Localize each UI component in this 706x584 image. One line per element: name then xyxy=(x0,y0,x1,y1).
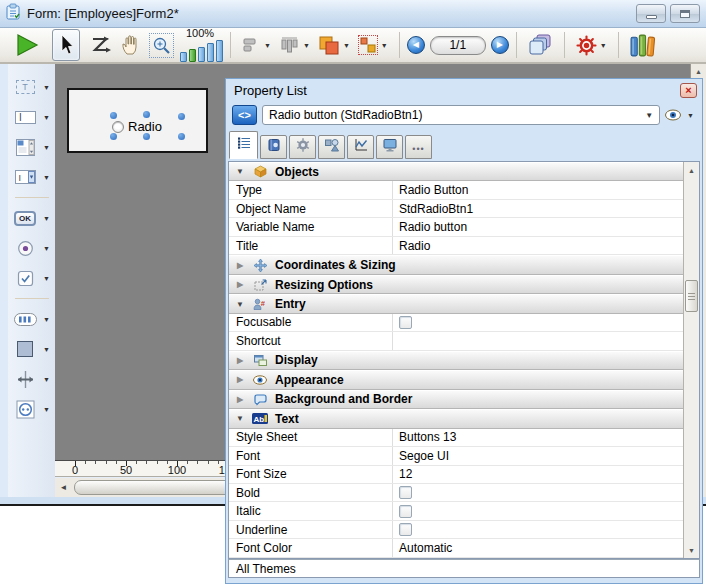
chevron-down-icon[interactable]: ▼ xyxy=(43,114,50,121)
property-value-cell[interactable]: Buttons 13 xyxy=(393,429,683,446)
property-value-cell[interactable] xyxy=(393,314,683,331)
tool-static-text[interactable]: T▼ xyxy=(8,72,55,102)
zoom-bar-current[interactable] xyxy=(189,49,196,62)
zoom-tool-button[interactable] xyxy=(145,29,178,61)
entry-order-tool-button[interactable] xyxy=(86,29,116,61)
zoom-bar-3[interactable] xyxy=(198,47,205,62)
scroll-left-button[interactable]: ◄ xyxy=(55,479,72,496)
chevron-down-icon[interactable]: ▼ xyxy=(43,174,50,181)
section-coordinates-sizing[interactable]: ▶Coordinates & Sizing xyxy=(229,255,683,274)
section-objects[interactable]: ▼Objects xyxy=(229,162,683,181)
settings-button[interactable]: ▼ xyxy=(572,29,611,61)
form-pages-button[interactable] xyxy=(524,29,557,61)
property-row-variable-name[interactable]: Variable NameRadio button xyxy=(229,218,683,236)
execute-form-button[interactable] xyxy=(10,29,44,61)
layering-tool-button[interactable]: ▼ xyxy=(314,29,354,61)
property-value-cell[interactable]: Automatic xyxy=(393,539,683,556)
property-row-italic[interactable]: Italic xyxy=(229,502,683,520)
tab-display-monitor[interactable] xyxy=(376,135,403,159)
scroll-up-icon[interactable]: ▲ xyxy=(684,162,699,178)
tool-combo-box[interactable]: I▼ xyxy=(8,162,55,192)
property-row-font-color[interactable]: Font ColorAutomatic xyxy=(229,539,683,557)
property-row-underline[interactable]: Underline xyxy=(229,521,683,539)
scroll-down-icon[interactable]: ▼ xyxy=(684,542,699,558)
expand-arrow-icon[interactable]: ▶ xyxy=(234,395,246,404)
tab-property-list[interactable] xyxy=(229,131,258,159)
section-background-and-border[interactable]: ▶Background and Border xyxy=(229,390,683,409)
zoom-level-control[interactable]: 100% xyxy=(180,28,223,62)
tool-button[interactable]: OK▼ xyxy=(8,203,55,233)
property-row-title[interactable]: TitleRadio xyxy=(229,237,683,255)
checkbox-focusable[interactable] xyxy=(399,316,412,329)
collapse-arrow-icon[interactable]: ▼ xyxy=(234,414,246,423)
chevron-down-icon[interactable]: ▼ xyxy=(343,42,350,49)
tab-settings-gear[interactable] xyxy=(289,135,316,159)
property-value-cell[interactable] xyxy=(393,521,683,538)
chevron-down-icon[interactable]: ▼ xyxy=(381,42,388,49)
chevron-down-icon[interactable]: ▼ xyxy=(43,215,50,222)
selection-handle[interactable] xyxy=(143,111,150,118)
selection-tool-button[interactable] xyxy=(52,29,80,61)
property-value-cell[interactable] xyxy=(393,502,683,519)
property-row-object-name[interactable]: Object NameStdRadioBtn1 xyxy=(229,200,683,218)
property-row-font[interactable]: FontSegoe UI xyxy=(229,447,683,465)
property-row-shortcut[interactable]: Shortcut xyxy=(229,332,683,350)
prev-next-object-button[interactable]: <> xyxy=(232,105,257,125)
tool-radio-button[interactable]: ▼ xyxy=(8,233,55,263)
tool-plugin-area[interactable]: ▼ xyxy=(8,394,55,424)
checkbox-bold[interactable] xyxy=(399,486,412,499)
tab-objects-shapes[interactable] xyxy=(318,135,345,159)
section-appearance[interactable]: ▶Appearance xyxy=(229,370,683,389)
previous-page-button[interactable]: ◀ xyxy=(407,36,425,54)
selection-handle[interactable] xyxy=(143,133,150,140)
expand-arrow-icon[interactable]: ▶ xyxy=(234,356,246,365)
zoom-bar-5[interactable] xyxy=(216,40,223,62)
tab-chart[interactable] xyxy=(347,135,374,159)
maximize-button[interactable] xyxy=(670,4,700,23)
tool-splitter[interactable]: ▼ xyxy=(8,364,55,394)
chevron-down-icon[interactable]: ▼ xyxy=(43,245,50,252)
selection-handle[interactable] xyxy=(110,133,117,140)
move-tool-button[interactable] xyxy=(116,29,145,61)
section-entry[interactable]: ▼#Entry xyxy=(229,294,683,313)
library-button[interactable] xyxy=(626,29,661,61)
expand-arrow-icon[interactable]: ▶ xyxy=(234,375,246,384)
property-row-font-size[interactable]: Font Size12 xyxy=(229,466,683,484)
chevron-down-icon[interactable]: ▼ xyxy=(264,42,271,49)
tool-button-bar[interactable]: ▼ xyxy=(8,304,55,334)
property-value-cell[interactable] xyxy=(393,332,683,349)
tool-list-box[interactable]: ▼ xyxy=(8,132,55,162)
form-area[interactable]: Radio xyxy=(67,88,208,153)
tool-check-box[interactable]: ▼ xyxy=(8,263,55,293)
close-button[interactable]: × xyxy=(680,83,697,98)
property-row-focusable[interactable]: Focusable xyxy=(229,314,683,332)
tab-events-book[interactable] xyxy=(260,135,287,159)
property-list-scrollbar[interactable]: ▲ ▼ xyxy=(683,162,699,558)
align-tool-button[interactable]: ▼ xyxy=(238,29,275,61)
collapse-arrow-icon[interactable]: ▼ xyxy=(234,167,246,176)
scroll-thumb[interactable] xyxy=(685,280,698,312)
property-list-titlebar[interactable]: Property List × xyxy=(226,79,702,101)
themes-footer[interactable]: All Themes xyxy=(228,559,700,578)
tool-text-input[interactable]: I▼ xyxy=(8,102,55,132)
chevron-down-icon[interactable]: ▼ xyxy=(43,144,50,151)
property-value-cell[interactable]: Segoe UI xyxy=(393,447,683,464)
property-value-cell[interactable]: StdRadioBtn1 xyxy=(393,200,683,217)
tab-more[interactable]: ••• xyxy=(405,135,432,159)
section-display[interactable]: ▶Display xyxy=(229,351,683,370)
chevron-down-icon[interactable]: ▼ xyxy=(43,346,50,353)
chevron-down-icon[interactable]: ▼ xyxy=(43,376,50,383)
property-row-type[interactable]: TypeRadio Button xyxy=(229,181,683,199)
section-text[interactable]: ▼AbText xyxy=(229,409,683,428)
property-value-cell[interactable]: Radio Button xyxy=(393,181,683,198)
object-selector-dropdown[interactable]: Radio button (StdRadioBtn1) ▼ xyxy=(262,105,660,125)
group-tool-button[interactable]: ▼ xyxy=(354,29,392,61)
expand-arrow-icon[interactable]: ▶ xyxy=(234,261,246,270)
selection-handle[interactable] xyxy=(178,113,185,120)
selection-handle[interactable] xyxy=(110,112,117,119)
property-value-cell[interactable]: Radio xyxy=(393,237,683,254)
property-value-cell[interactable] xyxy=(393,484,683,501)
expand-arrow-icon[interactable]: ▶ xyxy=(234,280,246,289)
checkbox-underline[interactable] xyxy=(399,523,412,536)
view-options-button[interactable]: ▼ xyxy=(665,109,694,121)
